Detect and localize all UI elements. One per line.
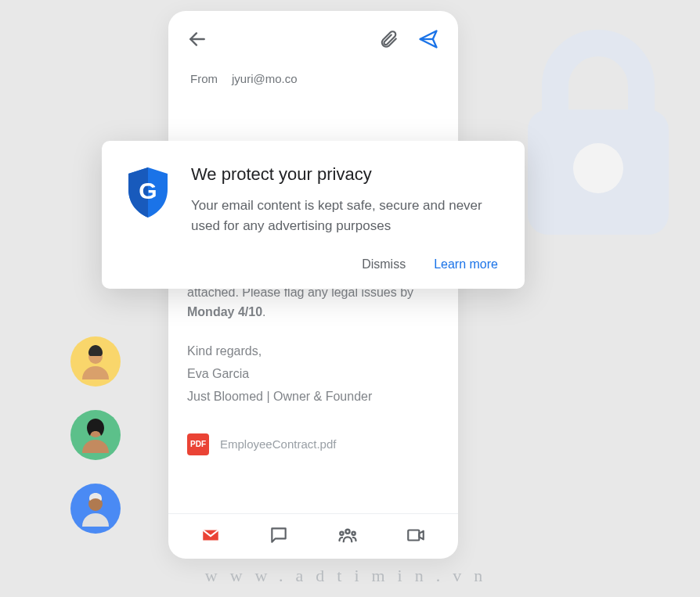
shield-icon: G (125, 166, 171, 236)
watermark-text: www.adtimin.vn (0, 566, 700, 586)
svg-point-8 (340, 531, 343, 534)
svg-point-9 (352, 531, 355, 534)
svg-rect-10 (409, 530, 420, 540)
svg-text:G: G (139, 178, 157, 203)
nav-chat-icon[interactable] (263, 520, 294, 551)
avatar (70, 484, 121, 534)
nav-spaces-icon[interactable] (332, 520, 363, 551)
sender-title: Just Bloomed | Owner & Founder (187, 387, 439, 407)
dialog-title: We protect your privacy (191, 164, 498, 185)
dismiss-button[interactable]: Dismiss (362, 257, 406, 272)
svg-point-7 (345, 529, 349, 533)
bottom-nav (168, 513, 458, 559)
svg-point-1 (573, 143, 623, 193)
deadline-text: Monday 4/10 (187, 305, 262, 318)
learn-more-button[interactable]: Learn more (434, 257, 498, 272)
from-email: jyuri@mo.co (232, 72, 298, 85)
avatar (70, 336, 121, 387)
pdf-icon: PDF (187, 433, 209, 455)
lock-icon (512, 23, 684, 243)
from-label: From (190, 72, 218, 85)
sender-name: Eva Garcia (187, 365, 439, 384)
nav-meet-icon[interactable] (400, 520, 431, 551)
avatar (70, 410, 121, 460)
back-arrow-icon[interactable] (187, 29, 207, 52)
attachment-filename: EmployeeContract.pdf (220, 437, 336, 451)
attachment-icon[interactable] (378, 29, 399, 52)
nav-mail-icon[interactable] (195, 520, 226, 551)
signoff: Kind regards, (187, 342, 439, 361)
from-row[interactable]: From jyuri@mo.co (187, 72, 439, 85)
send-icon[interactable] (417, 28, 439, 53)
avatar-column (70, 336, 121, 534)
dialog-body: Your email content is kept safe, secure … (191, 196, 498, 236)
privacy-dialog: G We protect your privacy Your email con… (102, 141, 525, 289)
body-suffix: . (262, 305, 265, 318)
attachment-chip[interactable]: PDF EmployeeContract.pdf (187, 433, 439, 455)
